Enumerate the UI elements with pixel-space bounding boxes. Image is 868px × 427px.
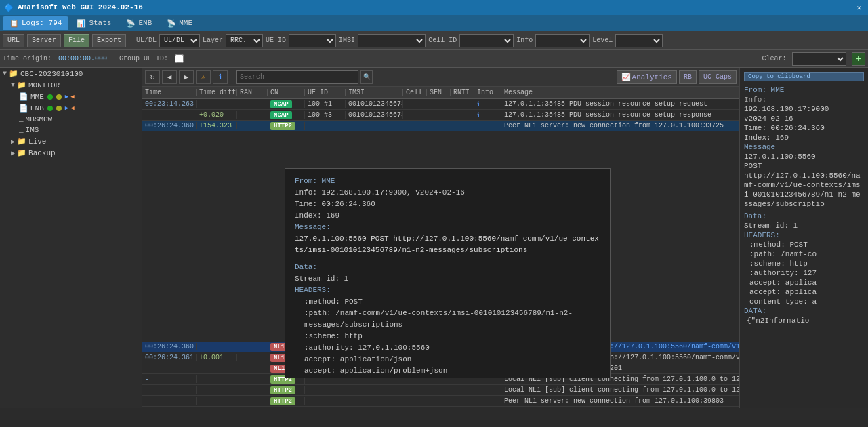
tab-enb[interactable]: 📡 ENB — [119, 16, 159, 30]
enb-indicator-yellow — [56, 106, 62, 111]
td-imsi: 001010123456789 — [346, 111, 403, 119]
uludl-label: UL/DL — [136, 37, 157, 44]
td-message: Peer NL1 server: new connection from 127… — [501, 397, 739, 405]
cellid-label: Cell ID — [428, 37, 457, 44]
folder-icon: 📁 — [17, 137, 26, 146]
td-cn: NGAP — [268, 111, 305, 119]
sidebar-item-backup[interactable]: ▶ 📁 Backup — [0, 147, 142, 159]
tab-mme[interactable]: 📡 MME — [160, 16, 199, 30]
analytics-button[interactable]: 📈 Analytics — [617, 70, 677, 84]
clear-label: Clear: — [762, 55, 787, 62]
th-imsi: IMSI — [346, 89, 403, 96]
td-time: - — [142, 375, 197, 383]
table-row[interactable]: 00:23:14.263 NGAP 100 #1 001010123456789… — [142, 99, 739, 110]
ueid-select[interactable] — [289, 34, 336, 47]
table-row[interactable]: - HTTP2 Local NL1 [sub] client connected… — [142, 407, 739, 408]
search-go-button[interactable]: 🔍 — [360, 70, 373, 84]
add-button[interactable]: + — [852, 52, 865, 66]
detail-accept2: accept: application/problem+json — [295, 365, 600, 377]
back-button[interactable]: ◀ — [162, 70, 177, 84]
info-icon: ℹ — [477, 101, 480, 108]
mme-indicator-green — [47, 94, 53, 100]
rb-button[interactable]: RB — [679, 70, 697, 84]
th-timediff: Time diff — [197, 89, 237, 96]
forward-button[interactable]: ▶ — [179, 70, 194, 84]
detail-method: :method: POST — [744, 240, 864, 249]
mme-indicator-yellow — [56, 94, 62, 100]
server-button[interactable]: Server — [27, 34, 61, 47]
td-time: - — [142, 397, 197, 405]
sidebar-item-enb[interactable]: 📄 ENB ▶ ◀ — [0, 102, 142, 114]
clear-select[interactable] — [792, 52, 846, 66]
th-rnti: RNTI — [451, 89, 474, 96]
detail-msg-val: 127.0.1.100:5560 — [744, 152, 864, 161]
info-button[interactable]: ℹ — [213, 70, 228, 84]
log-toolbar: ↻ ◀ ▶ ⚠ ℹ 🔍 📈 Analytics RB UC Caps — [142, 68, 739, 87]
folder-icon: 📁 — [17, 148, 26, 157]
detail-url: http://127.0.1.100:5560/namf-comm/v1/ue-… — [744, 171, 864, 209]
td-message: Peer NL1 server: new connection from 127… — [501, 122, 739, 129]
detail-path: :path: /namf-co — [744, 249, 864, 259]
detail-accept2: accept: applica — [744, 287, 864, 297]
td-message: 127.0.1.1:35485 PDU session resource set… — [501, 100, 739, 108]
level-select[interactable] — [615, 34, 663, 47]
sidebar-item-cbc[interactable]: ▼ 📁 CBC-2023010100 — [0, 68, 142, 79]
log-area: ↻ ◀ ▶ ⚠ ℹ 🔍 📈 Analytics RB UC Caps Time … — [142, 68, 739, 408]
level-label: Level — [592, 37, 613, 44]
detail-from: From: MME — [295, 176, 600, 187]
uc-caps-button[interactable]: UC Caps — [699, 70, 737, 84]
detail-info-label: Info: — [744, 95, 864, 104]
cn-badge: HTTP2 — [270, 408, 295, 409]
toolbar1: URL Server File Export UL/DL UL/DL Layer… — [0, 31, 868, 50]
sidebar-label-mbsmgw: MBSMGW — [26, 115, 53, 123]
layer-select[interactable]: RRC. — [226, 34, 263, 47]
imsi-select[interactable] — [358, 34, 426, 47]
table-row[interactable]: 00:26:24.360 +154.323 HTTP2 Peer NL1 ser… — [142, 121, 739, 131]
td-time: - — [142, 386, 197, 394]
group-ue-checkbox[interactable] — [175, 54, 184, 63]
tab-logs[interactable]: 📋 Logs: 794 — [3, 16, 68, 30]
sidebar-item-monitor[interactable]: ▼ 📁 MONITOR — [0, 79, 142, 91]
sidebar-item-live[interactable]: ▶ 📁 Live — [0, 136, 142, 147]
sidebar-item-mme[interactable]: 📄 MME ▶ ◀ — [0, 91, 142, 102]
detail-scheme: :scheme: http — [295, 331, 600, 342]
imsi-label: IMSI — [339, 37, 355, 44]
detail-ctype: content-type: a — [744, 297, 864, 306]
sidebar-label-mme: MME — [30, 93, 44, 101]
info-label: Info — [516, 37, 533, 44]
refresh-button[interactable]: ↻ — [145, 70, 160, 84]
td-message: 127.0.1.1:35485 PDU session resource set… — [501, 111, 739, 119]
url-button[interactable]: URL — [3, 34, 24, 47]
td-timediff: +0.001 — [197, 354, 237, 361]
uludl-select[interactable]: UL/DL — [159, 34, 200, 47]
warning-button[interactable]: ⚠ — [196, 70, 211, 84]
table-row[interactable]: +0.020 NGAP 100 #3 001010123456789 ℹ 127… — [142, 110, 739, 121]
detail-data-json: {"n2Informatio — [744, 316, 864, 325]
mme-icon: 📡 — [167, 19, 176, 28]
app-logo: 🔷 — [4, 3, 14, 12]
table-row[interactable]: - HTTP2 Peer NL1 server: new connection … — [142, 396, 739, 407]
export-button[interactable]: Export — [92, 34, 126, 47]
time-origin-value: 00:00:00.000 — [58, 55, 107, 62]
mme-arrow-right: ▶ — [65, 93, 68, 100]
sidebar-item-ims[interactable]: _ IMS — [0, 125, 142, 136]
detail-authority: :authority: 127 — [744, 268, 864, 278]
info-select[interactable] — [535, 34, 590, 47]
close-icon[interactable]: ✕ — [854, 3, 864, 12]
sidebar-item-mbsmgw[interactable]: _ MBSMGW — [0, 114, 142, 125]
sidebar: ▼ 📁 CBC-2023010100 ▼ 📁 MONITOR 📄 MME ▶ ◀… — [0, 68, 142, 408]
detail-index: Index: 169 — [744, 133, 864, 142]
ueid-label: UE ID — [266, 37, 286, 44]
search-input[interactable] — [236, 70, 358, 84]
td-cn: HTTP2 — [268, 122, 305, 130]
time-origin-label: Time origin: — [3, 55, 51, 62]
tab-stats[interactable]: 📊 Stats — [70, 16, 118, 30]
enb-indicator-green — [47, 106, 53, 111]
cellid-select[interactable] — [459, 34, 514, 47]
file-button[interactable]: File — [64, 34, 89, 47]
th-info: Info — [474, 89, 501, 96]
table-row[interactable]: - HTTP2 Local NL1 [sub] client connectin… — [142, 385, 739, 396]
copy-to-clipboard-button[interactable]: Copy to clipboard — [744, 72, 864, 81]
detail-stream: Stream id: 1 — [295, 273, 600, 285]
enb-icon: 📡 — [126, 19, 136, 28]
